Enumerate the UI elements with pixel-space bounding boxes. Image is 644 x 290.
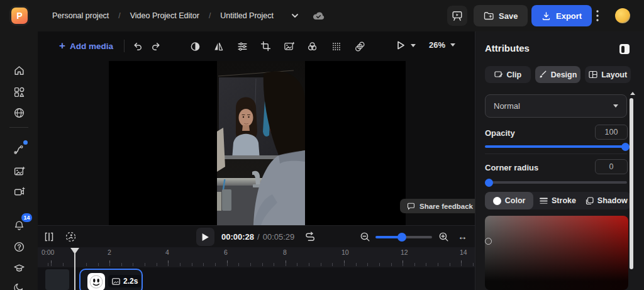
blend-colors-icon[interactable] xyxy=(307,41,318,52)
preview-chevron-icon xyxy=(411,44,416,47)
panel-scrollbar-thumb[interactable] xyxy=(630,98,633,269)
sidebar-divider xyxy=(9,127,28,128)
editor-toolbar: + Add media xyxy=(38,31,475,61)
timeline-zoom-slider[interactable] xyxy=(375,236,432,238)
adjustments-icon[interactable] xyxy=(237,41,248,52)
contrast-icon[interactable] xyxy=(190,41,201,52)
pattern-grid-icon[interactable] xyxy=(331,41,341,52)
video-preview[interactable] xyxy=(217,61,305,225)
notifications-bell-icon[interactable]: 14 xyxy=(13,219,25,231)
video-add-icon[interactable] xyxy=(13,186,25,198)
play-button[interactable] xyxy=(196,228,214,246)
flip-horizontal-icon[interactable] xyxy=(213,41,224,52)
corner-radius-slider[interactable] xyxy=(485,181,627,184)
globe-icon[interactable] xyxy=(13,106,25,119)
present-button[interactable] xyxy=(447,6,467,26)
opacity-label: Opacity xyxy=(485,128,515,138)
save-button[interactable]: Save xyxy=(474,5,528,26)
image-tool-icon[interactable] xyxy=(284,41,294,52)
app-logo-letter: P xyxy=(16,11,22,21)
timeline: 00:00:28 / 00:05:29 ↔ 0:00 2 4 xyxy=(38,225,475,290)
preview-play-control[interactable] xyxy=(395,40,416,51)
motion-track-icon[interactable] xyxy=(65,231,77,243)
help-icon[interactable] xyxy=(13,240,25,253)
blend-mode-dropdown[interactable]: Normal xyxy=(485,94,627,118)
undo-icon[interactable] xyxy=(132,41,143,52)
zoom-level-value: 26% xyxy=(429,40,445,50)
image-add-icon[interactable] xyxy=(13,165,25,177)
animation-curve-icon[interactable] xyxy=(13,143,25,155)
time-display: 00:00:28 / 00:05:29 xyxy=(221,226,294,248)
style-tab-color[interactable]: Color xyxy=(485,192,533,209)
add-media-button[interactable]: + Add media xyxy=(55,39,117,53)
apps-grid-icon[interactable] xyxy=(13,86,25,98)
loop-icon[interactable] xyxy=(304,231,315,242)
save-folder-icon xyxy=(484,11,494,20)
video-editor-app: P Personal project / Video Project Edito… xyxy=(0,0,644,290)
color-picker-field[interactable] xyxy=(485,216,628,290)
attributes-panel: Attributes Clip Design Layout xyxy=(475,31,644,290)
zoom-out-icon[interactable] xyxy=(360,231,370,242)
tab-design[interactable]: Design xyxy=(535,66,581,83)
kebab-menu-icon[interactable] xyxy=(596,9,599,22)
style-tab-stroke-label: Stroke xyxy=(552,196,576,205)
video-frame-illustration xyxy=(217,61,305,225)
zoom-in-icon[interactable] xyxy=(438,231,449,242)
track-segment[interactable] xyxy=(45,269,69,290)
toolbar-divider xyxy=(124,40,125,52)
breadcrumb-project[interactable]: Personal project xyxy=(52,11,109,20)
plus-icon: + xyxy=(59,40,65,52)
stroke-lines-icon xyxy=(540,198,548,204)
breadcrumb-separator: / xyxy=(209,11,211,20)
app-logo[interactable]: P xyxy=(11,8,28,24)
home-icon[interactable] xyxy=(13,64,25,77)
opacity-value-field[interactable]: 100 xyxy=(595,125,628,140)
tab-layout[interactable]: Layout xyxy=(585,66,631,83)
corner-radius-value-field[interactable]: 0 xyxy=(595,159,628,174)
style-tab-shadow-label: Shadow xyxy=(597,196,628,205)
rings-link-icon[interactable] xyxy=(355,41,365,52)
ruler-label: 6 xyxy=(224,248,228,256)
breadcrumb-title[interactable]: Untitled Project xyxy=(220,11,274,20)
panel-toggle-icon[interactable] xyxy=(619,44,630,54)
redo-icon[interactable] xyxy=(151,41,162,52)
learn-graduation-icon[interactable] xyxy=(13,262,25,274)
fit-timeline-icon[interactable]: ↔ xyxy=(458,231,467,242)
ruler-label: 2 xyxy=(108,248,111,256)
color-picker-cursor[interactable] xyxy=(485,238,492,245)
breadcrumb-editor[interactable]: Video Project Editor xyxy=(130,11,199,20)
opacity-slider-thumb[interactable] xyxy=(621,143,630,151)
ruler-label: 10 xyxy=(341,248,349,256)
clip-tab-icon xyxy=(494,70,503,79)
canvas[interactable]: Share feedback xyxy=(109,61,406,225)
style-tab-stroke[interactable]: Stroke xyxy=(533,192,582,209)
breadcrumb-separator: / xyxy=(118,11,120,20)
cloud-sync-icon xyxy=(313,11,325,20)
panel-divider xyxy=(485,153,627,154)
blend-mode-value: Normal xyxy=(494,101,520,111)
opacity-slider[interactable] xyxy=(485,145,627,148)
tab-clip-label: Clip xyxy=(507,70,522,79)
zoom-level-control[interactable]: 26% xyxy=(429,40,455,50)
scroll-up-arrow[interactable] xyxy=(630,92,635,95)
corner-radius-slider-thumb[interactable] xyxy=(485,179,493,187)
style-tab-color-label: Color xyxy=(505,196,526,205)
export-button[interactable]: Export xyxy=(531,5,592,26)
tab-clip[interactable]: Clip xyxy=(485,66,531,83)
chevron-down-icon[interactable] xyxy=(291,11,299,20)
style-tab-shadow[interactable]: Shadow xyxy=(582,192,631,209)
playhead-line[interactable] xyxy=(74,253,75,290)
timeline-ruler[interactable]: 0:00 2 4 6 8 10 12 14 xyxy=(38,247,475,267)
brush-icon xyxy=(539,70,547,79)
timeline-zoom-thumb[interactable] xyxy=(397,233,406,242)
timeline-clip-selected[interactable]: 2.2s xyxy=(79,269,143,290)
crop-icon[interactable] xyxy=(260,41,271,52)
split-clip-icon[interactable] xyxy=(43,231,55,242)
ruler-label: 4 xyxy=(165,248,169,256)
dark-mode-moon-icon[interactable] xyxy=(13,281,25,290)
user-avatar[interactable] xyxy=(615,8,630,23)
style-tabs: Color Stroke Shadow xyxy=(485,192,631,209)
ruler-label: 14 xyxy=(460,248,467,256)
time-separator: / xyxy=(257,232,260,242)
share-feedback-button[interactable]: Share feedback xyxy=(400,199,480,213)
